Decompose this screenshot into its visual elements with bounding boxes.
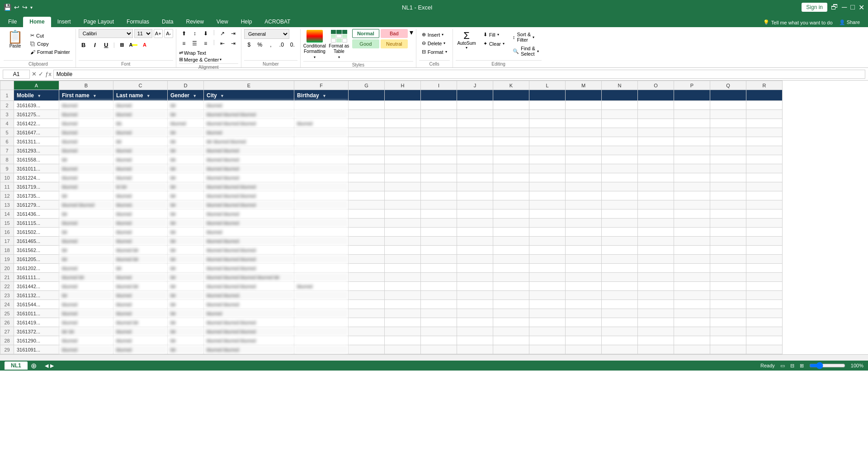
cell-o-13[interactable] (638, 200, 674, 209)
cell-i-8[interactable] (421, 155, 457, 164)
cell-q-20[interactable] (710, 264, 746, 273)
page-break-icon[interactable]: ⊞ (800, 363, 804, 369)
cell-r-12[interactable] (746, 191, 783, 200)
cell-i-25[interactable] (421, 309, 457, 318)
cell-gender-12[interactable]: blr (168, 191, 204, 200)
cell-birthday-10[interactable] (294, 173, 349, 182)
cell-p-25[interactable] (674, 309, 710, 318)
cell-p-24[interactable] (674, 300, 710, 309)
sheet-container[interactable]: A B C D E F G H I J K L M N O P Q (0, 81, 868, 354)
cell-r-2[interactable] (746, 101, 783, 110)
cell-gender-19[interactable]: blr (168, 255, 204, 264)
cell-city-4[interactable]: blurred blurred blurred (204, 119, 294, 128)
cell-r-28[interactable] (746, 336, 783, 345)
cell-city-18[interactable]: blurred blurred blurred (204, 246, 294, 255)
cell-o-23[interactable] (638, 291, 674, 300)
scroll-left-icon[interactable]: ◀ (45, 363, 48, 369)
cell-i-18[interactable] (421, 246, 457, 255)
cell-city-28[interactable]: blurred blurred blurred (204, 336, 294, 345)
cell-o-26[interactable] (638, 318, 674, 327)
cell-gender-20[interactable]: blr (168, 264, 204, 273)
tab-insert[interactable]: Insert (51, 17, 77, 27)
cell-k-17[interactable] (493, 237, 529, 246)
cell-r-25[interactable] (746, 309, 783, 318)
cell-n-28[interactable] (602, 336, 638, 345)
cell-h-10[interactable] (385, 173, 421, 182)
cell-m-21[interactable] (566, 273, 602, 282)
cell-r-23[interactable] (746, 291, 783, 300)
cell-i-13[interactable] (421, 200, 457, 209)
redo-icon[interactable]: ↪ (22, 4, 28, 11)
cell-i-7[interactable] (421, 146, 457, 155)
cell-o-27[interactable] (638, 327, 674, 336)
decrease-font-button[interactable]: A- (164, 29, 173, 38)
cell-k-11[interactable] (493, 182, 529, 191)
cell-k-28[interactable] (493, 336, 529, 345)
cell-r-29[interactable] (746, 345, 783, 354)
cell-n-10[interactable] (602, 173, 638, 182)
cell-city-10[interactable]: blurred blurred (204, 173, 294, 182)
cell-g-2[interactable] (349, 101, 385, 110)
increase-decimal-button[interactable]: .0 (277, 40, 287, 49)
cell-k-19[interactable] (493, 255, 529, 264)
cell-h-15[interactable] (385, 219, 421, 228)
cell-birthday-8[interactable] (294, 155, 349, 164)
cell-city-17[interactable]: blurred blurred (204, 237, 294, 246)
cell-gender-24[interactable]: blr (168, 300, 204, 309)
cell-k-2[interactable] (493, 101, 529, 110)
cell-o-19[interactable] (638, 255, 674, 264)
cell-k-20[interactable] (493, 264, 529, 273)
style-neutral[interactable]: Neutral (381, 39, 408, 48)
cell-i-9[interactable] (421, 164, 457, 173)
cell-q-23[interactable] (710, 291, 746, 300)
col-header-q[interactable]: Q (710, 81, 746, 90)
cell-first-17[interactable]: blurred (59, 237, 113, 246)
cell-p-20[interactable] (674, 264, 710, 273)
cell-gender-7[interactable]: blr (168, 146, 204, 155)
col-header-i[interactable]: I (421, 81, 457, 90)
cell-q-7[interactable] (710, 146, 746, 155)
cell-gender-5[interactable]: blr (168, 128, 204, 137)
cell-r-19[interactable] (746, 255, 783, 264)
cell-j-19[interactable] (457, 255, 493, 264)
cell-k-4[interactable] (493, 119, 529, 128)
scrollbar-area[interactable] (0, 354, 868, 361)
cell-q-4[interactable] (710, 119, 746, 128)
cell-city-14[interactable]: blurred blurred (204, 209, 294, 219)
cell-h-27[interactable] (385, 327, 421, 336)
cell-q-12[interactable] (710, 191, 746, 200)
cell-n-17[interactable] (602, 237, 638, 246)
cell-m-13[interactable] (566, 200, 602, 209)
cell-l-26[interactable] (529, 318, 566, 327)
cell-o-2[interactable] (638, 101, 674, 110)
cell-m-15[interactable] (566, 219, 602, 228)
cell-r-21[interactable] (746, 273, 783, 282)
page-layout-icon[interactable]: ⊟ (790, 363, 794, 369)
tab-data[interactable]: Data (156, 17, 179, 27)
cell-q-24[interactable] (710, 300, 746, 309)
cell-gender-3[interactable]: blr (168, 110, 204, 119)
cell-n-2[interactable] (602, 101, 638, 110)
insert-button[interactable]: ⊕ Insert ▾ (419, 31, 447, 38)
autosum-button[interactable]: Σ AutoSum ▾ (456, 29, 478, 52)
cell-h-18[interactable] (385, 246, 421, 255)
cell-g-12[interactable] (349, 191, 385, 200)
cell-mobile-9[interactable]: 3161011... (14, 164, 59, 173)
cell-h-5[interactable] (385, 128, 421, 137)
cell-n-21[interactable] (602, 273, 638, 282)
cell-j-14[interactable] (457, 209, 493, 219)
cell-l-14[interactable] (529, 209, 566, 219)
cell-h-20[interactable] (385, 264, 421, 273)
cell-birthday-3[interactable] (294, 110, 349, 119)
cell-j-6[interactable] (457, 137, 493, 146)
cell-k-29[interactable] (493, 345, 529, 354)
cell-l-13[interactable] (529, 200, 566, 209)
cell-m-23[interactable] (566, 291, 602, 300)
cell-l-3[interactable] (529, 110, 566, 119)
cell-r-27[interactable] (746, 327, 783, 336)
cell-gender-29[interactable]: blr (168, 345, 204, 354)
cell-g-5[interactable] (349, 128, 385, 137)
cell-last-22[interactable]: blurred blr (113, 282, 168, 291)
cell-first-16[interactable]: blr (59, 228, 113, 237)
cell-h-25[interactable] (385, 309, 421, 318)
